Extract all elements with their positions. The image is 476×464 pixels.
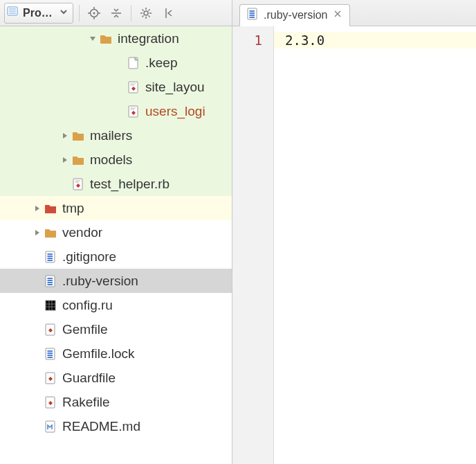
folder-red-icon — [43, 202, 58, 215]
ruby-plain-icon — [43, 371, 58, 385]
md-file-icon — [43, 420, 58, 434]
svg-line-18 — [143, 15, 144, 17]
tree-item-label: Gemfile — [62, 322, 107, 337]
svg-line-17 — [149, 15, 150, 17]
tree-item-label: test_helper.rb — [90, 177, 170, 192]
tree-item[interactable]: Gemfile — [0, 317, 232, 341]
expand-arrow-icon[interactable] — [32, 229, 43, 237]
svg-rect-41 — [46, 301, 55, 310]
tree-item-label: vendor — [62, 225, 102, 240]
ruby-file-icon — [71, 177, 86, 191]
tree-item[interactable]: vendor — [0, 220, 232, 244]
ruby-file-icon — [126, 80, 141, 94]
svg-line-16 — [143, 9, 144, 10]
folder-icon — [71, 153, 86, 167]
text-file-icon — [43, 347, 58, 361]
text-file-icon — [43, 250, 58, 264]
file-icon — [247, 8, 258, 24]
tree-item[interactable]: .ruby-version — [0, 269, 232, 293]
folder-icon — [71, 129, 86, 143]
tree-item-label: integration — [118, 31, 179, 46]
toolbar-separator — [79, 5, 80, 21]
expand-arrow-icon[interactable] — [32, 204, 43, 213]
project-panel-icon — [6, 5, 19, 21]
tree-item[interactable]: tmp — [0, 196, 232, 220]
expand-arrow-icon[interactable] — [60, 156, 71, 164]
project-sidebar: Project integration.keepsite_layouusers_… — [0, 0, 232, 464]
project-panel-label: Project — [23, 7, 55, 19]
project-panel-tab[interactable]: Project — [4, 3, 73, 24]
expand-arrow-icon[interactable] — [60, 132, 71, 140]
expand-arrow-icon[interactable] — [87, 35, 98, 43]
chevron-down-icon — [59, 6, 68, 20]
folder-icon — [43, 226, 58, 240]
app-root: Project integration.keepsite_layouusers_… — [0, 0, 476, 464]
tree-item-label: .gitignore — [62, 249, 116, 265]
code-body[interactable]: 2.3.0 — [274, 26, 476, 464]
text-file-icon — [43, 274, 58, 288]
code-area: 1 2.3.0 — [232, 26, 476, 464]
editor-tab-bar: .ruby-version — [232, 0, 476, 26]
line-number: 1 — [232, 32, 262, 48]
gutter: 1 — [232, 26, 274, 464]
close-tab-button[interactable] — [333, 8, 342, 22]
code-line: 2.3.0 — [274, 32, 476, 48]
tree-item[interactable]: README.md — [0, 414, 232, 438]
tree-item[interactable]: config.ru — [0, 293, 232, 317]
tree-item-label: config.ru — [62, 298, 113, 313]
tree-item-label: .ruby-version — [62, 274, 138, 289]
file-tree[interactable]: integration.keepsite_layouusers_logimail… — [0, 26, 232, 464]
svg-line-19 — [149, 9, 150, 10]
collapse-all-button[interactable] — [107, 4, 125, 22]
tree-item-label: tmp — [62, 201, 84, 216]
svg-point-5 — [93, 12, 95, 14]
tree-item[interactable]: .keep — [0, 51, 232, 75]
tree-item-label: site_layou — [145, 80, 205, 95]
tree-item[interactable]: integration — [0, 26, 232, 51]
tree-item[interactable]: mailers — [0, 123, 232, 148]
settings-gear-button[interactable] — [137, 4, 155, 22]
tree-item-label: mailers — [90, 128, 132, 143]
hide-panel-button[interactable] — [159, 4, 177, 22]
ruby-file-icon — [126, 105, 141, 118]
folder-icon — [98, 32, 113, 46]
tree-item-label: Gemfile.lock — [62, 346, 135, 362]
tree-item[interactable]: Gemfile.lock — [0, 341, 232, 366]
tree-item-label: .keep — [145, 55, 177, 71]
locate-target-button[interactable] — [85, 4, 103, 22]
tree-item-label: Rakefile — [62, 395, 110, 410]
editor-tab-label: .ruby-version — [264, 9, 327, 21]
ruby-plain-icon — [43, 395, 58, 409]
tree-item[interactable]: users_logi — [0, 99, 232, 123]
editor-tab[interactable]: .ruby-version — [239, 4, 350, 26]
tree-item[interactable]: .gitignore — [0, 244, 232, 269]
tree-item[interactable]: Rakefile — [0, 390, 232, 414]
svg-point-11 — [144, 11, 148, 15]
tree-item-label: Guardfile — [62, 371, 116, 386]
ruby-plain-icon — [43, 323, 58, 337]
sidebar-toolbar: Project — [0, 0, 232, 26]
tree-item-label: users_logi — [145, 104, 205, 119]
tree-item-label: models — [90, 152, 132, 168]
tree-item-label: README.md — [62, 419, 140, 434]
grid-file-icon — [43, 298, 58, 312]
tree-item[interactable]: models — [0, 148, 232, 172]
blank-file-icon — [126, 56, 141, 70]
tree-item[interactable]: test_helper.rb — [0, 172, 232, 196]
tree-item[interactable]: Guardfile — [0, 366, 232, 390]
tree-item[interactable]: site_layou — [0, 75, 232, 99]
editor-panel: .ruby-version 1 2.3.0 — [232, 0, 476, 464]
toolbar-separator — [131, 5, 131, 21]
